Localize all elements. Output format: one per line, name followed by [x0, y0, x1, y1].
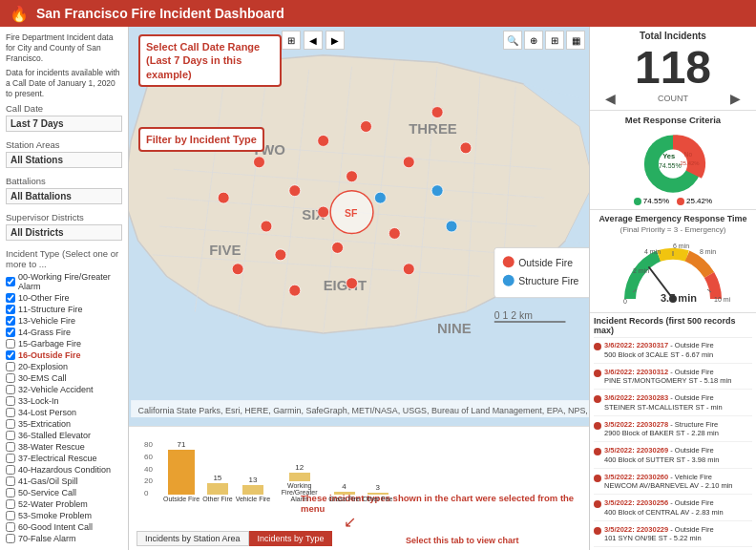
incident-checkbox-13[interactable] — [6, 316, 15, 326]
supervisor-districts-value[interactable]: All Districts — [6, 224, 122, 241]
bar-rect-1 — [207, 483, 228, 495]
svg-text:4 min: 4 min — [644, 248, 661, 255]
incident-checkbox-37[interactable] — [6, 454, 15, 463]
svg-text:NINE: NINE — [437, 320, 472, 336]
incident-checkbox-41[interactable] — [6, 476, 15, 486]
svg-text:8 min: 8 min — [700, 248, 716, 255]
incident-record-3: 3/5/2022: 22030278 - Structure Fire2900 … — [594, 420, 752, 443]
incident-type-label: Incident Type (Select one or more to ... — [6, 248, 122, 269]
incident-label-35: 35-Extrication — [18, 419, 71, 429]
incident-type-item-50[interactable]: 50-Service Call — [6, 487, 122, 498]
incident-checkbox-52[interactable] — [6, 499, 15, 509]
incident-type-item-53[interactable]: 53-Smoke Problem — [6, 510, 122, 521]
incident-label-40: 40-Hazardous Condition — [18, 465, 111, 475]
incident-type-item-33[interactable]: 33-Lock-In — [6, 395, 122, 407]
incident-type-item-10[interactable]: 10-Other Fire — [6, 292, 122, 304]
incident-record-2: 3/6/2022: 22030283 - Outside FireSTEINER… — [594, 393, 752, 416]
svg-point-44 — [503, 256, 514, 267]
svg-point-25 — [431, 107, 443, 118]
incident-type-item-14[interactable]: 14-Grass Fire — [6, 327, 122, 338]
incident-checkbox-00[interactable] — [6, 277, 15, 286]
incident-type-item-00[interactable]: 00-Working Fire/Greater Alarm — [6, 271, 122, 292]
bar-value-2: 13 — [248, 476, 257, 484]
chart-tabs[interactable]: Incidents by Station Area Incidents by T… — [136, 531, 332, 546]
station-areas-value[interactable]: All Stations — [6, 152, 122, 168]
incident-checkbox-50[interactable] — [6, 488, 15, 497]
incident-date-1: 3/6/2022: 22030312 — [604, 368, 668, 376]
svg-text:0: 0 — [623, 298, 627, 305]
incident-checkbox-16[interactable] — [6, 350, 15, 360]
incident-type-item-32[interactable]: 32-Vehicle Accident — [6, 384, 122, 395]
incident-type-section: Incident Type (Select one or more to ...… — [6, 248, 122, 544]
battalions-value[interactable]: All Battalions — [6, 188, 122, 204]
map-btn-layers[interactable]: ⊞ — [545, 31, 564, 50]
incident-text-4: 3/5/2022: 22030269 - Outside Fire400 Blo… — [604, 446, 719, 465]
incident-checkbox-32[interactable] — [6, 385, 15, 394]
map-btn-plus[interactable]: ⊕ — [524, 31, 543, 50]
bar-rect-2 — [242, 485, 263, 495]
incident-checkbox-20[interactable] — [6, 362, 15, 371]
incident-type-item-15[interactable]: 15-Garbage Fire — [6, 338, 122, 349]
incident-label-13: 13-Vehicle Fire — [18, 316, 75, 326]
incident-type-item-34[interactable]: 34-Lost Person — [6, 407, 122, 418]
count-nav[interactable]: ◀ COUNT ▶ — [596, 91, 750, 106]
bar-label-4: Grass Fire — [328, 496, 360, 502]
incident-checkbox-38[interactable] — [6, 442, 15, 452]
gauge-chart: 0 4 min 6 min 8 min 10 min 3.7 min 2 min — [616, 237, 730, 308]
map-btn-grid[interactable]: ⊞ — [282, 31, 301, 50]
incident-checkbox-11[interactable] — [6, 305, 15, 314]
incident-checkbox-15[interactable] — [6, 339, 15, 349]
incident-type-item-60[interactable]: 60-Good Intent Call — [6, 521, 122, 533]
incident-type-item-38[interactable]: 38-Water Rescue — [6, 441, 122, 453]
incident-type-item-37[interactable]: 37-Electrical Rescue — [6, 453, 122, 464]
incident-checkbox-33[interactable] — [6, 396, 15, 406]
incident-type-item-35[interactable]: 35-Extrication — [6, 418, 122, 430]
count-next[interactable]: ▶ — [730, 91, 741, 106]
incident-checkbox-30[interactable] — [6, 373, 15, 383]
incident-type-item-70[interactable]: 70-False Alarm — [6, 533, 122, 544]
bar-group-5: 3Other Fire — [363, 440, 393, 502]
incident-type-item-11[interactable]: 11-Structure Fire — [6, 304, 122, 315]
svg-point-40 — [403, 264, 414, 275]
map-toolbar-left[interactable]: ⊞ ◀ ▶ — [282, 31, 345, 50]
tab-incidents-type[interactable]: Incidents by Type — [249, 531, 333, 546]
call-date-value[interactable]: Last 7 Days — [6, 116, 122, 132]
incident-type-list: 00-Working Fire/Greater Alarm10-Other Fi… — [6, 271, 122, 544]
tab-station-area[interactable]: Incidents by Station Area — [136, 531, 249, 546]
map-toolbar-right[interactable]: 🔍 ⊕ ⊞ ▦ — [503, 31, 585, 50]
count-prev[interactable]: ◀ — [605, 91, 616, 106]
svg-point-29 — [460, 142, 472, 154]
svg-text:FIVE: FIVE — [209, 242, 241, 258]
incident-checkbox-60[interactable] — [6, 522, 15, 532]
incident-record-7: 3/5/2022: 22030229 - Outside Fire101 SYN… — [594, 525, 752, 548]
svg-point-42 — [232, 264, 243, 275]
map-btn-zoom[interactable]: 🔍 — [503, 31, 522, 50]
incident-checkbox-10[interactable] — [6, 293, 15, 303]
map-btn-left[interactable]: ◀ — [304, 31, 323, 50]
incident-checkbox-35[interactable] — [6, 419, 15, 429]
incident-type-item-30[interactable]: 30-EMS Call — [6, 372, 122, 384]
bar-label-1: Other Fire — [202, 496, 233, 502]
incident-checkbox-34[interactable] — [6, 408, 15, 417]
incidents-list-title: Incident Records (first 500 records max) — [594, 316, 752, 338]
incident-checkbox-70[interactable] — [6, 534, 15, 543]
map-area: Select Call Date Range(Last 7 Days in th… — [129, 27, 589, 426]
svg-point-34 — [275, 249, 286, 261]
svg-point-32 — [374, 192, 386, 203]
incident-checkbox-53[interactable] — [6, 511, 15, 520]
incident-checkbox-36[interactable] — [6, 431, 15, 440]
map-btn-grid2[interactable]: ▦ — [566, 31, 585, 50]
incident-type-item-41[interactable]: 41-Gas/Oil Spill — [6, 476, 122, 487]
incident-type-item-16[interactable]: 16-Outside Fire — [6, 349, 122, 361]
pie-chart: Yes 74.55% No 25.42% — [630, 128, 716, 195]
incident-label-33: 33-Lock-In — [18, 396, 59, 406]
incident-type-item-20[interactable]: 20-Explosion — [6, 361, 122, 372]
incident-checkbox-14[interactable] — [6, 328, 15, 337]
incident-type-item-13[interactable]: 13-Vehicle Fire — [6, 315, 122, 327]
incident-type-item-36[interactable]: 36-Stalled Elevator — [6, 430, 122, 441]
incident-type-item-52[interactable]: 52-Water Problem — [6, 498, 122, 510]
response-subtitle: (Final Priority = 3 - Emergency) — [596, 225, 750, 234]
incident-type-item-40[interactable]: 40-Hazardous Condition — [6, 464, 122, 476]
map-btn-right[interactable]: ▶ — [326, 31, 345, 50]
incident-checkbox-40[interactable] — [6, 465, 15, 475]
